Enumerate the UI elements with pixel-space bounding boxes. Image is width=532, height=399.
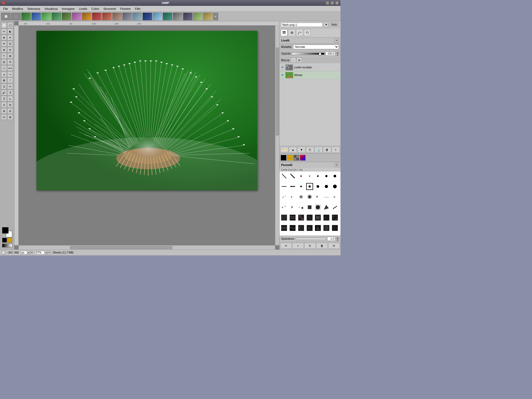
edit-brush-btn[interactable]: ✏ bbox=[280, 243, 292, 249]
h-scrollbar-thumb[interactable] bbox=[70, 246, 173, 249]
brush-item[interactable] bbox=[314, 214, 321, 221]
brush-item[interactable]: 𝕸 bbox=[306, 225, 313, 231]
align-tool[interactable]: ⊞ bbox=[7, 53, 13, 59]
auto-button[interactable]: Auto bbox=[330, 23, 339, 27]
thumb-purple2[interactable] bbox=[72, 13, 81, 20]
thumb-darkgray[interactable] bbox=[183, 13, 193, 20]
thumb-yellowgreen[interactable] bbox=[193, 13, 203, 20]
duplicate-brush-btn[interactable]: ⎘ bbox=[304, 243, 316, 249]
blur-tool[interactable]: ⊜ bbox=[7, 108, 13, 114]
dodge-burn-tool[interactable]: ⊝ bbox=[1, 114, 7, 120]
opacity-slider-handle[interactable] bbox=[319, 52, 321, 56]
layer-item-sfondo[interactable]: 👁 Sfondo bbox=[280, 71, 340, 79]
brush-item[interactable] bbox=[314, 204, 321, 211]
opacity-down[interactable]: ▼ bbox=[336, 54, 339, 56]
ellipse-select-tool[interactable]: ◯ bbox=[7, 22, 13, 28]
zoom-up[interactable]: ▲ bbox=[45, 251, 48, 255]
free-select-tool[interactable]: ✂ bbox=[1, 28, 7, 34]
new-brush-btn[interactable]: + bbox=[292, 243, 304, 249]
opacity-up[interactable]: ▲ bbox=[336, 51, 339, 53]
scrollbar-vertical[interactable] bbox=[275, 26, 279, 245]
perspective-tool[interactable]: ⊿ bbox=[1, 71, 7, 77]
paintbrush-tool[interactable]: 🖌 bbox=[1, 90, 7, 95]
brush-item[interactable] bbox=[314, 183, 321, 190]
shear-tool[interactable]: ⟾ bbox=[7, 65, 13, 71]
brush-item[interactable] bbox=[331, 173, 338, 180]
brush-item[interactable]: ✦✦ bbox=[281, 193, 288, 200]
brush-item[interactable] bbox=[323, 173, 330, 180]
text-tool[interactable]: A bbox=[1, 77, 7, 83]
spacing-slider[interactable] bbox=[296, 238, 326, 240]
brush-item[interactable]: Grains bbox=[323, 193, 330, 200]
thumb-khaki[interactable] bbox=[203, 13, 213, 20]
close-button[interactable]: ✕ bbox=[335, 1, 339, 5]
brush-item[interactable]: ✗ bbox=[289, 204, 296, 211]
crop-tool[interactable]: ⊟ bbox=[1, 59, 7, 65]
brush-item[interactable]: ✦ bbox=[289, 193, 296, 200]
menu-colori[interactable]: Colori bbox=[89, 7, 101, 11]
zoom-tool[interactable]: ⊕ bbox=[1, 47, 7, 53]
clone-tool[interactable]: ⊙ bbox=[1, 102, 7, 108]
brush-item[interactable] bbox=[323, 183, 330, 190]
gradient-icon[interactable] bbox=[300, 155, 306, 161]
menu-immagine[interactable]: Immagine bbox=[60, 7, 77, 11]
thumb-steel[interactable] bbox=[132, 13, 142, 20]
brush-item[interactable]: ✕✕ bbox=[281, 204, 288, 211]
foreground-color[interactable] bbox=[2, 227, 9, 234]
brush-item[interactable] bbox=[314, 173, 321, 180]
menu-modifica[interactable]: Modifica bbox=[10, 7, 25, 11]
paths-tab[interactable] bbox=[296, 29, 303, 36]
lock-alpha-btn[interactable]: □ bbox=[291, 58, 296, 63]
raise-layer-btn[interactable]: ▲ bbox=[289, 147, 297, 153]
thumb-sea[interactable] bbox=[163, 13, 172, 20]
thumb-darkgreen[interactable] bbox=[62, 13, 71, 20]
thumb-gray[interactable] bbox=[122, 13, 132, 20]
brushes-menu-btn[interactable]: ≡ bbox=[335, 163, 339, 167]
brush-item[interactable] bbox=[281, 173, 288, 180]
lower-layer-btn[interactable]: ▼ bbox=[297, 147, 305, 153]
layers-tab[interactable] bbox=[281, 29, 288, 36]
ellipse-tool-icon[interactable]: ◯ bbox=[11, 13, 21, 20]
menu-finestre[interactable]: Finestre bbox=[118, 7, 133, 11]
duplicate-layer-btn[interactable]: ⎘ bbox=[306, 147, 314, 153]
thumb-midgreen[interactable] bbox=[52, 13, 61, 20]
brush-item[interactable] bbox=[281, 214, 288, 221]
smudge-tool[interactable]: ⊞ bbox=[7, 114, 13, 120]
paths-tool[interactable]: ✒ bbox=[1, 41, 7, 47]
brush-item[interactable] bbox=[306, 214, 313, 221]
brush-item[interactable] bbox=[289, 214, 296, 221]
brush-item[interactable]: ✕ bbox=[314, 193, 321, 200]
brush-item[interactable] bbox=[323, 204, 330, 211]
brush-item[interactable] bbox=[289, 183, 296, 190]
scissors-tool[interactable]: ✦ bbox=[7, 35, 13, 40]
airbrush-tool[interactable]: ⊽ bbox=[1, 96, 7, 102]
yellow-swatch[interactable] bbox=[7, 238, 12, 243]
opacity-slider[interactable] bbox=[292, 53, 325, 55]
scrollbar-horizontal[interactable] bbox=[19, 245, 275, 250]
blend-tool[interactable]: ⊻ bbox=[1, 84, 7, 89]
undo-history-tab[interactable] bbox=[304, 29, 311, 36]
unit-input[interactable] bbox=[21, 251, 27, 254]
brush-item[interactable] bbox=[281, 183, 288, 190]
brush-item[interactable]: ✕ bbox=[331, 193, 338, 200]
layers-menu-btn[interactable]: ≡ bbox=[335, 38, 339, 43]
brush-item[interactable] bbox=[298, 183, 305, 190]
brush-item[interactable] bbox=[331, 225, 338, 231]
thumb-orange[interactable] bbox=[82, 13, 92, 20]
filename-input[interactable] bbox=[281, 23, 323, 27]
thumb-green[interactable] bbox=[21, 13, 31, 20]
menu-visualizza[interactable]: Visualizza bbox=[42, 7, 60, 11]
v-scrollbar-thumb[interactable] bbox=[276, 48, 279, 135]
thumb-gray2[interactable] bbox=[173, 13, 182, 20]
more-button[interactable]: ▶ bbox=[213, 13, 218, 20]
thumb-darkblue[interactable] bbox=[143, 13, 152, 20]
brush-item[interactable] bbox=[306, 193, 313, 200]
thumb-lightgreen[interactable] bbox=[41, 13, 51, 20]
brush-item[interactable] bbox=[281, 225, 288, 231]
brush-item[interactable] bbox=[314, 225, 321, 231]
flip-tool[interactable]: ⊸ bbox=[7, 71, 13, 77]
blending-mode-select[interactable]: Normale Moltiplica Schermo bbox=[293, 45, 339, 49]
healing-tool[interactable]: ⊚ bbox=[7, 102, 13, 108]
menu-livello[interactable]: Livello bbox=[77, 7, 89, 11]
thumb-coral[interactable] bbox=[102, 13, 112, 20]
